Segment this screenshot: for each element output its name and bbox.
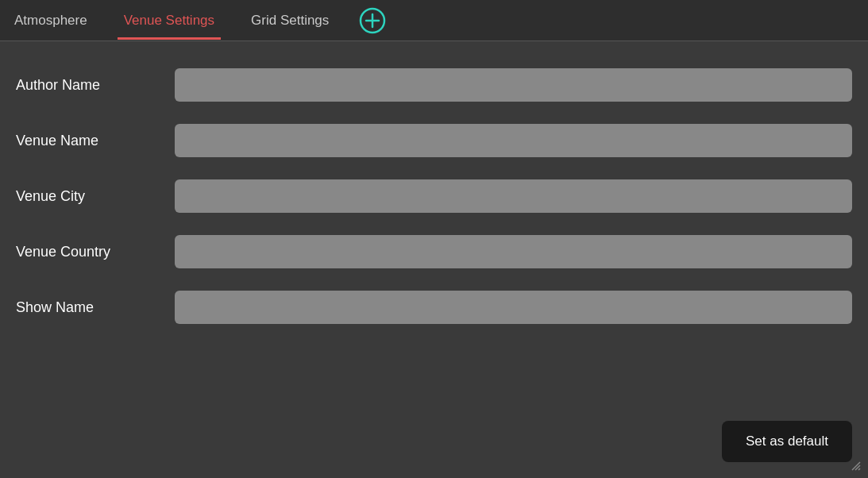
- bottom-action-area: Set as default: [0, 413, 868, 478]
- venue-country-input[interactable]: [175, 235, 852, 268]
- show-name-label: Show Name: [16, 299, 175, 316]
- add-tab-button[interactable]: [359, 7, 386, 34]
- resize-handle[interactable]: [849, 459, 862, 472]
- set-default-button[interactable]: Set as default: [722, 421, 852, 462]
- venue-name-label: Venue Name: [16, 133, 175, 149]
- tab-atmosphere[interactable]: Atmosphere: [8, 2, 94, 40]
- author-name-input[interactable]: [175, 68, 852, 102]
- tab-grid-settings[interactable]: Grid Settings: [245, 2, 335, 40]
- author-name-row: Author Name: [16, 57, 852, 113]
- plus-circle-icon: [359, 7, 386, 34]
- tab-bar: Atmosphere Venue Settings Grid Settings: [0, 0, 868, 41]
- main-layout: Atmosphere Venue Settings Grid Settings …: [0, 0, 868, 478]
- venue-city-row: Venue City: [16, 168, 852, 224]
- venue-country-row: Venue Country: [16, 224, 852, 279]
- venue-name-row: Venue Name: [16, 113, 852, 168]
- show-name-row: Show Name: [16, 279, 852, 335]
- svg-line-5: [858, 468, 860, 470]
- resize-icon: [850, 460, 861, 471]
- show-name-input[interactable]: [175, 291, 852, 324]
- venue-name-input[interactable]: [175, 124, 852, 157]
- author-name-label: Author Name: [16, 77, 175, 94]
- venue-city-input[interactable]: [175, 179, 852, 213]
- app-container: Atmosphere Venue Settings Grid Settings …: [0, 0, 868, 478]
- venue-city-label: Venue City: [16, 188, 175, 205]
- venue-country-label: Venue Country: [16, 244, 175, 260]
- form-content: Author Name Venue Name Venue City Venue …: [0, 41, 868, 413]
- tab-venue-settings[interactable]: Venue Settings: [118, 2, 221, 40]
